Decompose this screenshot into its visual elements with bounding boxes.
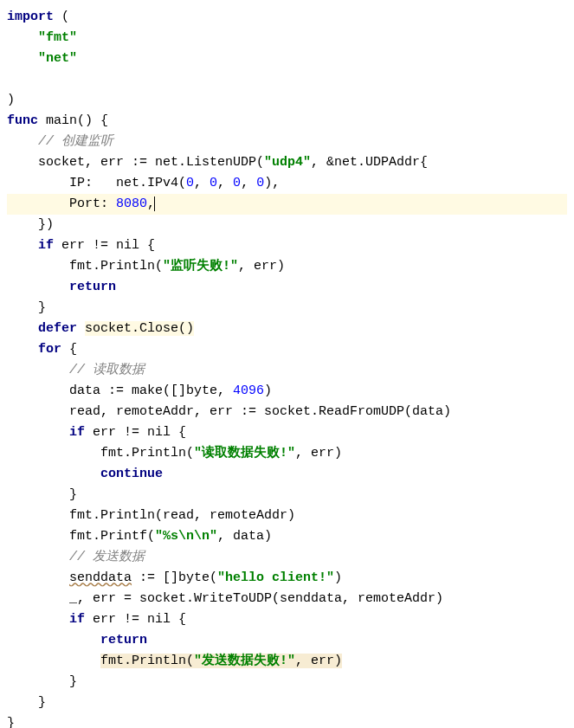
ident: _, err = socket.WriteToUDP(senddata, rem… <box>69 591 443 606</box>
code-line: return <box>7 277 567 298</box>
keyword: if <box>69 425 85 440</box>
comment: // 发送数据 <box>69 550 145 564</box>
code-line: data := make([]byte, 4096) <box>7 381 567 402</box>
ident: ), <box>264 176 280 190</box>
code-line: fmt.Println("监听失败!", err) <box>7 256 567 277</box>
code-line: ) <box>7 90 567 111</box>
string: "发送数据失败!" <box>194 654 295 668</box>
ident: fmt.Println( <box>69 259 163 274</box>
ident: fmt.Println(read, remoteAddr) <box>69 508 295 523</box>
string: "读取数据失败!" <box>194 446 295 461</box>
code-line: fmt.Println(read, remoteAddr) <box>7 506 567 526</box>
ident: } <box>69 674 77 689</box>
code-line: "fmt" <box>7 28 567 48</box>
code-line: } <box>7 693 567 713</box>
code-line: if err != nil { <box>7 235 567 256</box>
ident: err != nil { <box>54 238 155 253</box>
highlight: socket.Close() <box>85 321 194 336</box>
code-line: defer socket.Close() <box>7 319 567 339</box>
ident: } <box>38 695 46 710</box>
code-line: return <box>7 630 567 651</box>
ident: } <box>7 716 15 728</box>
ident: }) <box>38 217 54 232</box>
code-line: } <box>7 672 567 693</box>
keyword: if <box>38 238 54 253</box>
ident: ) <box>264 383 272 398</box>
ident: { <box>61 342 77 357</box>
ident: , err) <box>238 259 285 274</box>
code-line: if err != nil { <box>7 609 567 630</box>
code-line: IP: net.IPv4(0, 0, 0, 0), <box>7 173 567 194</box>
string: "hello client!" <box>217 570 334 585</box>
ident: IP: net.IPv4( <box>69 176 186 190</box>
number: 0 <box>210 176 217 190</box>
number: 4096 <box>233 383 264 398</box>
ident: , data) <box>217 529 272 544</box>
code-line: } <box>7 485 567 506</box>
number: 0 <box>233 176 241 190</box>
code-line: import ( <box>7 7 567 28</box>
keyword: if <box>69 612 85 627</box>
keyword: return <box>69 280 116 294</box>
keyword: func <box>7 113 38 128</box>
unreachable-highlight: fmt.Println("发送数据失败!", err) <box>100 654 342 668</box>
ident: data := make([]byte, <box>69 383 233 398</box>
ident: } <box>38 300 46 315</box>
keyword: defer <box>38 321 77 336</box>
code-line: }) <box>7 215 567 235</box>
code-editor[interactable]: import ( "fmt" "net" ) func main() { // … <box>7 7 567 728</box>
ident: read, remoteAddr, err := socket.ReadFrom… <box>69 404 451 419</box>
number: 0 <box>256 176 264 190</box>
code-line <box>7 69 567 90</box>
code-line: read, remoteAddr, err := socket.ReadFrom… <box>7 402 567 422</box>
keyword: continue <box>100 467 163 481</box>
code-line: fmt.Println("发送数据失败!", err) <box>7 651 567 672</box>
code-line: for { <box>7 339 567 360</box>
ident: fmt.Println( <box>100 654 194 668</box>
code-line: socket, err := net.ListenUDP("udp4", &ne… <box>7 152 567 173</box>
string: "监听失败!" <box>163 259 238 274</box>
code-line: fmt.Printf("%s\n\n", data) <box>7 526 567 547</box>
code-line: // 发送数据 <box>7 547 567 568</box>
ident: Port: <box>69 196 116 211</box>
string: "net" <box>38 51 77 66</box>
code-line: senddata := []byte("hello client!") <box>7 568 567 589</box>
text-cursor <box>154 196 155 211</box>
ident: , &net.UDPAddr{ <box>311 155 428 170</box>
code-line-active: Port: 8080, <box>7 194 567 215</box>
number: 0 <box>186 176 194 190</box>
ident: := []byte( <box>132 570 217 585</box>
warning-underline: senddata <box>69 570 132 585</box>
ident: } <box>69 487 77 502</box>
ident: err != nil { <box>85 612 186 627</box>
code-line: func main() { <box>7 111 567 132</box>
ident: , err) <box>295 446 342 461</box>
number: 8080 <box>116 196 147 211</box>
code-line: // 创建监听 <box>7 132 567 152</box>
keyword: for <box>38 342 61 357</box>
comment: // 创建监听 <box>38 134 113 149</box>
code-line: // 读取数据 <box>7 360 567 381</box>
ident: ) <box>334 570 342 585</box>
code-line: if err != nil { <box>7 422 567 443</box>
ident: fmt.Printf( <box>69 529 155 544</box>
code-line: _, err = socket.WriteToUDP(senddata, rem… <box>7 589 567 609</box>
code-line: } <box>7 298 567 319</box>
ident: err != nil { <box>85 425 186 440</box>
string: "fmt" <box>38 30 77 45</box>
code-line: } <box>7 713 567 728</box>
keyword: import <box>7 10 54 24</box>
ident: main() { <box>46 113 108 128</box>
code-line: fmt.Println("读取数据失败!", err) <box>7 443 567 464</box>
string: "udp4" <box>264 155 311 170</box>
ident: , err) <box>295 654 342 668</box>
ident: socket, err := net.ListenUDP( <box>38 155 264 170</box>
keyword: return <box>100 633 147 647</box>
code-line: continue <box>7 464 567 485</box>
ident: fmt.Println( <box>100 446 194 461</box>
code-line: "net" <box>7 48 567 69</box>
comment: // 读取数据 <box>69 363 145 377</box>
string: "%s\n\n" <box>155 529 217 544</box>
